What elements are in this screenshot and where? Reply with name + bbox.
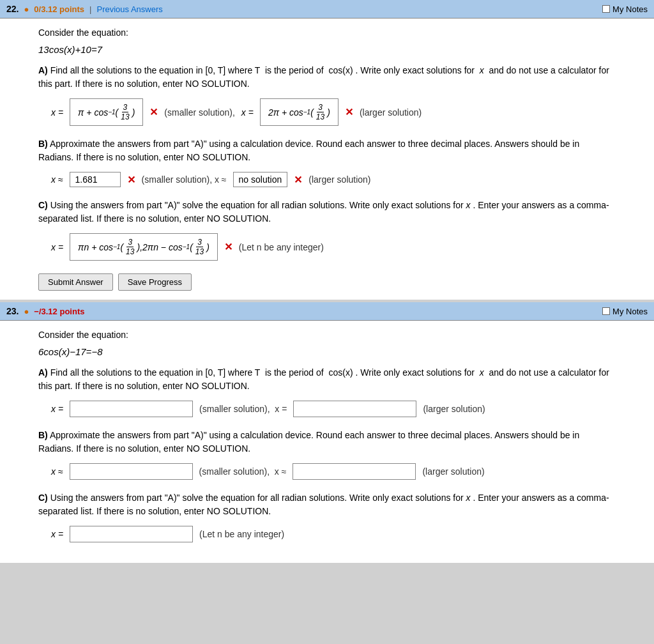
fraction-3-13-c2: 3 13 [194,238,205,256]
pi-n-symbol: πn + cos [78,242,113,252]
part-a-text: A) Find all the solutions to the equatio… [38,64,616,91]
part-b-label: B) [38,139,48,149]
solution-label-b1: (smaller solution), x ≈ [142,174,227,185]
paren-close-2: ) [327,107,330,118]
problem-22-header: 22. ● 0/3.12 points | Previous Answers M… [0,0,654,19]
header-left: 22. ● 0/3.12 points | Previous Answers [6,4,163,14]
part-a-answer-box-1: π + cos−1 ( 3 13 ) [70,98,143,126]
part-23a-x-label-1: x = [51,404,63,414]
numerator-3-a2: 3 [317,103,324,112]
denominator-13-a1: 13 [119,112,130,121]
my-notes-checkbox-23[interactable] [602,307,610,315]
part-a-answer-box-2: 2π + cos−1 ( 3 13 ) [260,98,338,126]
my-notes-22[interactable]: My Notes [602,4,648,14]
part-c-text: C) Using the answers from part "A)" solv… [38,199,616,226]
minus1-sup-2: −1 [303,109,310,116]
problem-23-intro: Consider the equation: [38,330,616,340]
part-a-x-label-1: x = [51,107,63,118]
solution-label-23b2: (larger solution) [422,466,484,477]
part-23a-text: A) Find all the solutions to the equatio… [38,366,616,393]
part-23b-input-2[interactable] [293,463,416,480]
numerator-3-c2: 3 [196,238,203,247]
problem-22-body: Consider the equation: 13cos(x)+10=7 A) … [0,19,654,300]
solution-label-23c: (Let n be any integer) [199,529,284,539]
problem-23-part-b: B) Approximate the answers from part "A)… [38,429,616,480]
x-mark-b2: ✕ [294,174,302,186]
paren-open-c2: ( [190,242,193,252]
part-b-text: B) Approximate the answers from part "A)… [38,137,616,164]
part-23c-text: C) Using the answers from part "A)" solv… [38,491,616,518]
paren-open-1: ( [116,107,119,118]
part-23c-x-label: x = [51,529,63,539]
problem-22-part-a: A) Find all the solutions to the equatio… [38,64,616,126]
twopi-symbol: 2π + cos [268,107,303,118]
problem-22-part-c: C) Using the answers from part "A)" solv… [38,199,616,261]
numerator-3-c1: 3 [126,238,133,247]
problem-23-header: 23. ● −/3.12 points My Notes [0,302,654,321]
numerator-3-a1: 3 [122,103,129,112]
comma-c: ,2πn − cos [140,242,183,252]
problem-23-body: Consider the equation: 6cos(x)−17=−8 A) … [0,321,654,563]
part-23b-label: B) [38,430,48,440]
part-b-x-label-1: x ≈ [51,174,63,185]
solution-label-c: (Let n be any integer) [239,242,324,252]
part-c-x-label: x = [51,242,63,252]
solution-label-a2: (larger solution) [360,107,422,118]
part-b-answer-1: 1.681 [70,172,121,187]
problem-23-part-c: C) Using the answers from part "A)" solv… [38,491,616,542]
part-23c-input[interactable] [70,526,193,542]
problem-22-points: 0/3.12 points [34,4,84,14]
problem-22-number: 22. [6,4,19,14]
x-mark-c: ✕ [224,241,232,253]
orange-dot-icon: ● [24,4,29,14]
solution-label-23a2: (larger solution) [423,404,485,414]
paren-open-c1: ( [120,242,123,252]
x-mark-b1: ✕ [127,174,135,186]
part-c-answer-box: πn + cos−1 ( 3 13 ) ,2πn − cos−1 ( 3 13 [70,233,218,261]
problem-22-equation: 13cos(x)+10=7 [38,44,616,55]
part-c-answer-row: x = πn + cos−1 ( 3 13 ) ,2πn − cos−1 ( 3 [51,233,616,261]
part-c-label: C) [38,200,48,210]
orange-dot-icon-23: ● [24,307,29,316]
my-notes-label-22: My Notes [612,4,648,14]
my-notes-checkbox-22[interactable] [602,5,610,13]
part-23a-input-1[interactable] [70,401,193,417]
part-23b-x-label-1: x ≈ [51,466,63,477]
my-notes-23[interactable]: My Notes [602,307,648,316]
part-a-answer-row: x = π + cos−1 ( 3 13 ) ✕ (smaller soluti… [51,98,616,126]
solution-label-23a1: (smaller solution), x = [199,404,287,414]
problem-22-part-b: B) Approximate the answers from part "A)… [38,137,616,187]
part-23a-label: A) [38,367,48,378]
minus1-sup-1: −1 [108,109,115,116]
part-23c-label: C) [38,493,48,503]
submit-row-22: Submit Answer Save Progress [38,273,616,291]
problem-22: 22. ● 0/3.12 points | Previous Answers M… [0,0,654,300]
fraction-3-13-c1: 3 13 [125,238,135,256]
fraction-3-13-a2: 3 13 [315,103,326,121]
save-button-22[interactable]: Save Progress [118,273,192,291]
x-mark-a2: ✕ [345,106,353,118]
problem-23-equation: 6cos(x)−17=−8 [38,346,616,357]
denominator-13-c2: 13 [194,247,205,256]
my-notes-label-23: My Notes [612,307,648,316]
part-23b-answer-row: x ≈ (smaller solution), x ≈ (larger solu… [51,463,616,480]
paren-close-c2: ) [206,242,209,252]
problem-23-points: −/3.12 points [34,307,84,316]
part-23a-answer-row: x = (smaller solution), x = (larger solu… [51,401,616,417]
problem-23-number: 23. [6,306,19,316]
part-23b-input-1[interactable] [70,463,193,480]
prev-answers-link[interactable]: Previous Answers [96,4,162,14]
problem-22-intro: Consider the equation: [38,27,616,38]
submit-button-22[interactable]: Submit Answer [38,273,113,291]
paren-open-2: ( [310,107,314,118]
solution-label-23b1: (smaller solution), x ≈ [199,466,287,477]
part-a-label: A) [38,65,48,75]
solution-label-a1: (smaller solution), [164,107,234,118]
denominator-13-a2: 13 [315,112,326,121]
part-a-x-label-2: x = [241,107,254,118]
part-23a-input-2[interactable] [293,401,416,417]
problem-23-part-a: A) Find all the solutions to the equatio… [38,366,616,417]
fraction-3-13-a1: 3 13 [119,103,130,121]
page: 22. ● 0/3.12 points | Previous Answers M… [0,0,654,563]
minus1-sup-c2: −1 [183,243,190,250]
